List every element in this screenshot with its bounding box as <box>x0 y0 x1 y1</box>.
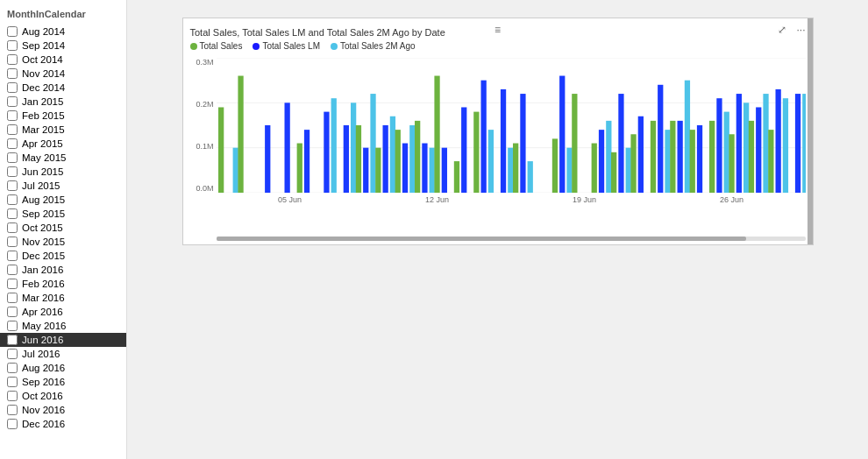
sidebar-item-dec-2016[interactable]: Dec 2016 <box>0 417 126 431</box>
sidebar-item-dec-2015[interactable]: Dec 2015 <box>0 249 126 263</box>
bar-20-lm <box>618 94 623 193</box>
sidebar-item-sep-2016[interactable]: Sep 2016 <box>0 375 126 389</box>
checkbox-aug-2015[interactable] <box>7 194 18 205</box>
legend-label-2: Total Sales 2M Ago <box>340 41 416 51</box>
bar-27-lm <box>756 107 761 193</box>
checkbox-nov-2014[interactable] <box>7 68 18 79</box>
sidebar-item-aug-2015[interactable]: Aug 2015 <box>0 193 126 207</box>
checkbox-feb-2015[interactable] <box>7 110 18 121</box>
sidebar-item-jul-2015[interactable]: Jul 2015 <box>0 179 126 193</box>
sidebar-item-aug-2014[interactable]: Aug 2014 <box>0 25 126 39</box>
checkbox-nov-2015[interactable] <box>7 237 18 247</box>
sidebar-item-jun-2015[interactable]: Jun 2015 <box>0 165 126 179</box>
checkbox-apr-2016[interactable] <box>7 307 18 317</box>
expand-icon[interactable]: ⤢ <box>774 22 790 38</box>
legend-item-1: Total Sales LM <box>253 41 320 51</box>
sidebar-item-feb-2015[interactable]: Feb 2015 <box>0 109 126 123</box>
sidebar-item-label: Apr 2016 <box>22 307 63 317</box>
checkbox-mar-2016[interactable] <box>7 293 18 303</box>
checkbox-sep-2014[interactable] <box>7 40 18 51</box>
chart-scrollbar-thumb[interactable] <box>217 237 747 241</box>
bar-15-lm <box>520 94 525 193</box>
sidebar-item-label: Nov 2016 <box>22 405 65 415</box>
sidebar-item-dec-2014[interactable]: Dec 2014 <box>0 81 126 95</box>
sidebar-item-may-2015[interactable]: May 2015 <box>0 151 126 165</box>
checkbox-sep-2016[interactable] <box>7 377 18 387</box>
sidebar-item-may-2016[interactable]: May 2016 <box>0 319 126 333</box>
hamburger-icon[interactable]: ≡ <box>490 22 506 38</box>
sidebar-item-apr-2016[interactable]: Apr 2016 <box>0 305 126 319</box>
bar-27-s <box>748 121 753 193</box>
bar-28-lm <box>775 89 780 193</box>
sidebar-item-label: Feb 2016 <box>22 279 65 289</box>
bar-0-ma <box>232 148 238 193</box>
x-label-26jun: 26 Jun <box>720 195 743 204</box>
checkbox-may-2015[interactable] <box>7 152 18 163</box>
checkbox-jan-2016[interactable] <box>7 265 18 275</box>
bar-15-s <box>513 144 518 193</box>
sidebar-item-aug-2016[interactable]: Aug 2016 <box>0 361 126 375</box>
checkbox-apr-2015[interactable] <box>7 138 18 149</box>
sidebar-item-sep-2014[interactable]: Sep 2014 <box>0 39 126 53</box>
bar-4-s <box>296 144 302 193</box>
checkbox-jan-2015[interactable] <box>7 96 18 107</box>
sidebar-item-label: Oct 2015 <box>22 222 63 233</box>
chart-card: ≡ ⤢ ··· Total Sales, Total Sales LM and … <box>182 18 814 245</box>
checkbox-sep-2015[interactable] <box>7 208 18 219</box>
sidebar: MonthInCalendar Aug 2014Sep 2014Oct 2014… <box>0 0 127 459</box>
bar-10-s <box>415 121 420 193</box>
legend-label-0: Total Sales <box>200 41 243 51</box>
sidebar-item-oct-2016[interactable]: Oct 2016 <box>0 389 126 403</box>
checkbox-jun-2016[interactable] <box>7 335 18 345</box>
checkbox-aug-2016[interactable] <box>7 363 18 373</box>
checkbox-dec-2014[interactable] <box>7 82 18 93</box>
sidebar-item-oct-2015[interactable]: Oct 2015 <box>0 221 126 235</box>
checkbox-oct-2014[interactable] <box>7 54 18 65</box>
sidebar-item-jul-2016[interactable]: Jul 2016 <box>0 347 126 361</box>
sidebar-item-nov-2016[interactable]: Nov 2016 <box>0 403 126 417</box>
sidebar-item-oct-2014[interactable]: Oct 2014 <box>0 53 126 67</box>
resize-handle[interactable] <box>808 18 813 244</box>
checkbox-may-2016[interactable] <box>7 321 18 331</box>
bar-22-s <box>650 121 655 193</box>
sidebar-item-jan-2015[interactable]: Jan 2015 <box>0 95 126 109</box>
sidebar-item-nov-2014[interactable]: Nov 2014 <box>0 67 126 81</box>
chart-scrollbar[interactable] <box>217 237 806 241</box>
checkbox-aug-2014[interactable] <box>7 26 18 37</box>
sidebar-item-label: Jan 2016 <box>22 265 63 275</box>
sidebar-item-nov-2015[interactable]: Nov 2015 <box>0 235 126 249</box>
sidebar-item-mar-2015[interactable]: Mar 2015 <box>0 123 126 137</box>
sidebar-item-jun-2016[interactable]: Jun 2016 <box>0 333 126 347</box>
checkbox-dec-2016[interactable] <box>7 419 18 429</box>
bar-27-ma <box>763 94 768 193</box>
sidebar-item-feb-2016[interactable]: Feb 2016 <box>0 277 126 291</box>
bar-14-lm <box>500 89 505 193</box>
bar-8-ma <box>389 117 395 193</box>
bar-17-lm <box>559 76 565 193</box>
checkbox-oct-2015[interactable] <box>7 222 18 233</box>
sidebar-item-jan-2016[interactable]: Jan 2016 <box>0 263 126 277</box>
sidebar-item-mar-2016[interactable]: Mar 2016 <box>0 291 126 305</box>
bar-13-s <box>473 112 479 193</box>
legend-label-1: Total Sales LM <box>262 41 320 51</box>
bar-4-lm <box>303 130 309 193</box>
checkbox-jul-2015[interactable] <box>7 180 18 191</box>
sidebar-item-apr-2015[interactable]: Apr 2015 <box>0 137 126 151</box>
bar-25-ma <box>723 112 729 193</box>
checkbox-feb-2016[interactable] <box>7 279 18 289</box>
bar-24-lm <box>696 125 701 193</box>
main-content: ≡ ⤢ ··· Total Sales, Total Sales LM and … <box>127 0 868 459</box>
bar-13-ma <box>487 130 493 193</box>
x-label-12jun: 12 Jun <box>425 195 449 204</box>
sidebar-item-label: Dec 2016 <box>22 419 65 429</box>
checkbox-mar-2015[interactable] <box>7 124 18 135</box>
bar-26-s <box>729 134 734 193</box>
checkbox-dec-2015[interactable] <box>7 251 18 261</box>
bar-5-lm <box>324 112 329 193</box>
checkbox-jul-2016[interactable] <box>7 349 18 359</box>
checkbox-oct-2016[interactable] <box>7 391 18 401</box>
checkbox-nov-2016[interactable] <box>7 405 18 415</box>
sidebar-item-sep-2015[interactable]: Sep 2015 <box>0 207 126 221</box>
checkbox-jun-2015[interactable] <box>7 166 18 177</box>
sidebar-item-label: May 2016 <box>22 321 67 331</box>
